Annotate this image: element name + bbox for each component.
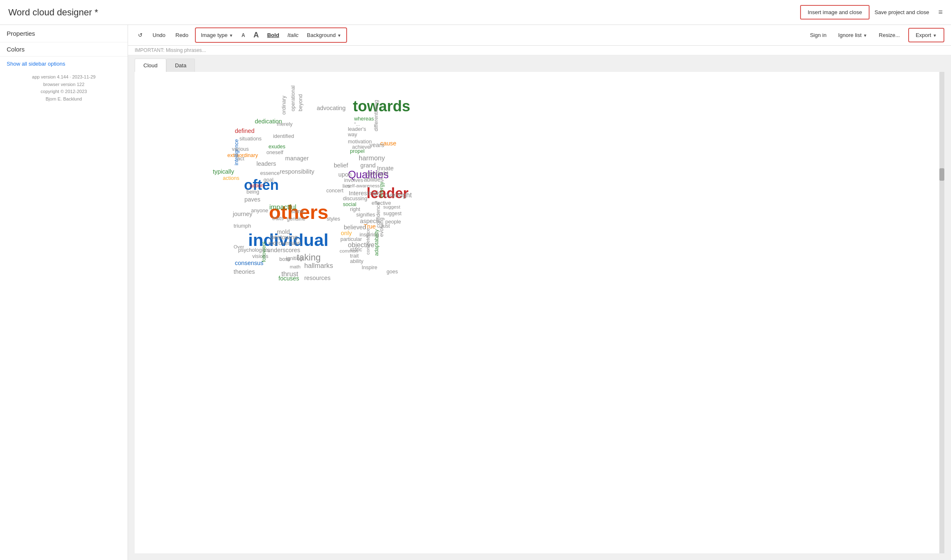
word-item[interactable]: suggest xyxy=(383,211,402,216)
top-bar: Word cloud designer * Insert image and c… xyxy=(0,0,951,25)
sign-in-button[interactable]: Sign in xyxy=(807,30,830,40)
word-item[interactable]: grand xyxy=(360,162,376,168)
word-item[interactable]: identified xyxy=(273,134,294,139)
word-item[interactable]: people xyxy=(385,219,401,225)
word-item[interactable]: suggest xyxy=(383,204,400,209)
word-item[interactable]: harmony xyxy=(359,155,385,161)
word-item[interactable]: beyond xyxy=(298,94,303,111)
word-item[interactable]: paves xyxy=(244,196,260,202)
word-item[interactable]: self-awareness xyxy=(347,183,380,188)
word-item[interactable]: energy xyxy=(379,182,384,198)
word-item[interactable]: defined xyxy=(235,128,254,134)
bold-button[interactable]: Bold xyxy=(264,30,283,40)
image-type-label: Image type xyxy=(201,32,227,38)
word-cloud: Leadershiptowardsothersindividualoftenle… xyxy=(135,72,944,553)
word-item[interactable]: discussing xyxy=(343,196,367,201)
word-item[interactable]: essence xyxy=(260,171,280,176)
word-item[interactable]: advocating xyxy=(317,105,346,111)
word-item[interactable]: Innate xyxy=(377,165,394,171)
word-item[interactable]: signifies xyxy=(356,212,375,218)
word-item[interactable]: only xyxy=(341,230,352,236)
word-item[interactable]: goes xyxy=(387,269,398,275)
insert-image-close-button[interactable]: Insert image and close xyxy=(800,5,870,20)
scrollbar[interactable] xyxy=(939,72,944,553)
show-all-sidebar-options-link[interactable]: Show all sidebar options xyxy=(0,56,128,71)
word-item[interactable]: way xyxy=(348,132,357,138)
word-item[interactable]: oneself xyxy=(266,150,283,155)
word-item[interactable]: action xyxy=(250,183,264,189)
word-item[interactable]: igniting xyxy=(286,256,303,261)
word-item[interactable]: journey xyxy=(233,211,252,217)
tab-cloud[interactable]: Cloud xyxy=(135,59,166,72)
resize-button[interactable]: Resize... xyxy=(875,30,903,40)
word-item[interactable]: responsibility xyxy=(280,169,314,174)
word-item[interactable]: act xyxy=(237,156,244,162)
redo-button[interactable]: Redo xyxy=(172,30,192,40)
word-item[interactable]: upon xyxy=(338,172,352,177)
word-item[interactable]: theories xyxy=(234,269,255,275)
word-item[interactable]: involves xyxy=(344,178,363,183)
word-item[interactable]: followers xyxy=(261,241,267,262)
word-item[interactable]: evolving xyxy=(379,218,384,237)
word-item[interactable]: focuses xyxy=(278,275,299,281)
word-item[interactable]: leaders xyxy=(256,161,276,167)
word-item[interactable]: resources xyxy=(304,275,330,281)
word-item[interactable]: extroversion xyxy=(269,240,301,246)
font-size-decrease-button[interactable]: A xyxy=(238,31,249,40)
word-item[interactable]: differentiating xyxy=(374,100,379,131)
save-project-button[interactable]: Save project and close xyxy=(875,9,929,15)
word-item[interactable]: Leadership xyxy=(296,72,371,76)
word-item[interactable]: belief xyxy=(334,162,348,168)
tab-data[interactable]: Data xyxy=(166,59,195,72)
word-item[interactable]: various xyxy=(232,147,249,152)
word-item[interactable]: merely xyxy=(277,122,293,127)
word-item[interactable]: Inspire xyxy=(362,265,377,270)
italic-button[interactable]: Italic xyxy=(284,30,302,40)
word-item[interactable]: concert xyxy=(326,188,343,194)
export-button[interactable]: Export ▼ xyxy=(912,30,940,40)
toolbar-outlined-group: Image type ▼ A A Bold Italic Background … xyxy=(195,27,347,43)
word-item[interactable]: genuine xyxy=(287,216,306,222)
word-item[interactable]: ability xyxy=(350,259,363,264)
word-item[interactable]: ordinary xyxy=(281,96,287,115)
toolbar: ↺ Undo Redo Image type ▼ A A Bold Italic… xyxy=(128,25,951,46)
word-item[interactable]: some xyxy=(291,209,304,214)
word-item[interactable]: actions xyxy=(223,176,239,181)
word-item[interactable]: anyone xyxy=(251,208,268,214)
word-item[interactable]: towards xyxy=(353,99,410,114)
word-item[interactable]: triumph xyxy=(234,224,251,229)
word-item[interactable]: math xyxy=(290,264,301,269)
word-item[interactable]: underscores xyxy=(267,247,300,253)
word-item[interactable]: common xyxy=(340,248,358,253)
word-item[interactable]: motivation xyxy=(348,139,372,145)
word-item[interactable]: competence xyxy=(365,228,370,255)
word-item[interactable]: manager xyxy=(285,155,309,161)
hamburger-icon[interactable]: ≡ xyxy=(938,8,943,17)
word-item[interactable]: operational xyxy=(291,86,296,111)
word-item[interactable]: right xyxy=(350,207,360,212)
word-item[interactable]: traits xyxy=(272,216,283,221)
word-item[interactable]: consensus xyxy=(235,260,264,266)
background-button[interactable]: Background ▼ xyxy=(303,30,345,40)
word-item[interactable]: achieve xyxy=(352,145,370,150)
font-size-increase-button[interactable]: A xyxy=(250,29,262,41)
word-item[interactable]: being xyxy=(246,189,259,195)
word-item[interactable]: typically xyxy=(213,169,234,174)
word-item[interactable]: oversight xyxy=(384,192,412,198)
word-item[interactable]: hallmarks xyxy=(304,262,333,269)
word-item[interactable]: leader's xyxy=(348,127,366,132)
image-type-button[interactable]: Image type ▼ xyxy=(197,30,237,40)
word-item[interactable]: adaptability xyxy=(374,229,379,256)
sidebar-properties-label: Properties xyxy=(7,30,121,37)
ignore-list-button[interactable]: Ignore list ▼ xyxy=(835,30,870,40)
word-item[interactable]: goal. xyxy=(264,177,275,183)
word-item[interactable]: whereas xyxy=(354,116,374,122)
word-item[interactable]: styles xyxy=(327,216,340,222)
word-item[interactable]: exudes xyxy=(269,144,286,150)
word-item[interactable]: trait xyxy=(350,253,359,259)
scrollbar-thumb[interactable] xyxy=(939,168,944,181)
word-item[interactable]: situations xyxy=(239,136,261,142)
undo-button[interactable]: ↺ xyxy=(135,30,146,40)
undo-text-button[interactable]: Undo xyxy=(149,30,169,40)
word-item[interactable]: "... xyxy=(354,122,360,127)
